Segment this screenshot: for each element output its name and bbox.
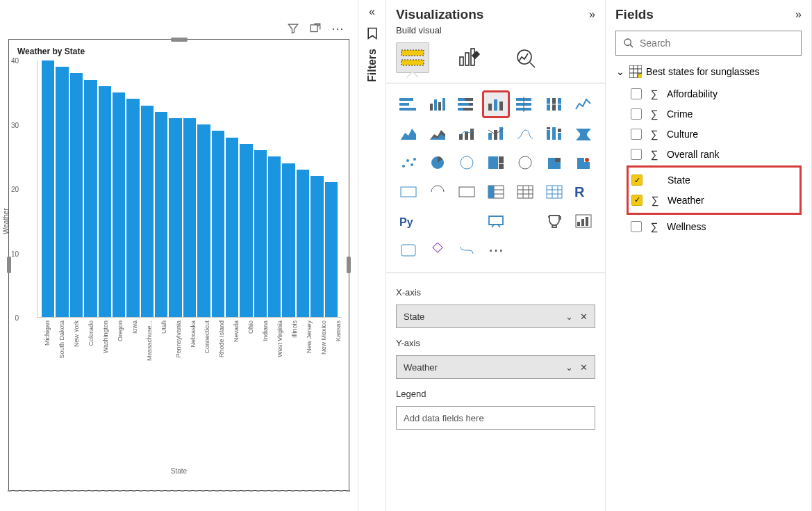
collapse-visualizations-icon[interactable]: » [589,8,595,21]
field-Culture[interactable]: ∑ Culture [606,124,811,144]
viz-more-icon[interactable]: ⋯ [483,238,508,263]
bar-Illinois[interactable] [282,163,295,317]
table-best-states[interactable]: ⌄ Best states for sunglasses [606,61,811,82]
viz-type-35[interactable] [396,238,421,263]
viz-type-30[interactable] [454,209,479,234]
viz-type-0[interactable] [396,92,421,117]
chevron-down-icon[interactable]: ⌄ [565,311,573,322]
viz-type-20[interactable] [571,150,596,175]
viz-type-11[interactable] [513,121,538,146]
viz-type-21[interactable]: 123 [396,179,421,204]
viz-type-29[interactable] [425,209,450,234]
viz-type-22[interactable] [425,179,450,204]
bar-Kansas[interactable] [325,182,338,317]
chart-plot-area[interactable] [37,60,342,318]
report-canvas[interactable]: Weather by State 010203040 MichiganSouth… [0,0,358,511]
viz-type-2[interactable] [454,92,479,117]
resize-handle-top[interactable] [171,38,188,42]
field-checkbox[interactable] [631,88,642,99]
viz-type-15[interactable] [425,150,450,175]
field-Crime[interactable]: ∑ Crime [606,104,811,124]
bar-West Virginia[interactable] [268,156,281,317]
more-options-icon[interactable] [329,20,346,37]
bar-New Jersey[interactable] [297,170,309,317]
viz-type-28[interactable]: Py [396,209,421,234]
viz-type-24[interactable] [483,179,508,204]
bar-Connecticut[interactable] [197,124,210,317]
viz-type-25[interactable] [513,179,538,204]
field-checkbox[interactable] [631,149,642,160]
bar-Colorado[interactable] [84,80,97,317]
legend-field-well[interactable]: Add data fields here [396,406,595,430]
filter-icon[interactable] [285,20,301,37]
viz-type-5[interactable] [542,92,567,117]
fields-search-input[interactable] [640,38,794,49]
field-checkbox[interactable] [631,195,643,206]
viz-type-19[interactable] [542,150,567,175]
bar-Ohio[interactable] [240,144,252,317]
expand-filters-icon[interactable]: « [369,6,375,18]
field-checkbox[interactable] [631,175,643,186]
viz-type-10[interactable] [483,121,508,146]
collapse-fields-icon[interactable]: » [795,8,802,21]
yaxis-field-well[interactable]: Weather ⌄ ✕ [396,355,595,379]
viz-type-3[interactable] [483,92,508,117]
viz-type-32[interactable] [513,209,538,234]
viz-type-23[interactable] [454,179,479,204]
field-Wellness[interactable]: ∑ Wellness [606,216,811,236]
viz-type-37[interactable] [454,238,479,263]
viz-type-27[interactable]: R [571,179,596,204]
chevron-down-icon[interactable]: ⌄ [565,362,573,373]
field-State[interactable]: State [629,170,799,190]
bar-New Mexico[interactable] [310,176,323,317]
viz-type-16[interactable] [454,150,479,175]
bar-Nevada[interactable] [226,138,238,317]
viz-type-7[interactable] [396,121,421,146]
bar-Pennsylvania[interactable] [169,118,181,317]
viz-type-34[interactable] [571,209,596,234]
xaxis-field-well[interactable]: State ⌄ ✕ [396,305,595,328]
bar-Michigan[interactable] [42,60,54,317]
bar-Iowa[interactable] [126,99,139,317]
viz-type-4[interactable] [513,92,538,117]
focus-mode-icon[interactable] [307,20,324,37]
field-checkbox[interactable] [631,108,642,120]
filters-pane-collapsed[interactable]: « Filters [358,0,386,511]
remove-field-icon[interactable]: ✕ [580,362,588,373]
viz-type-8[interactable] [425,121,450,146]
bar-Indiana[interactable] [254,150,267,317]
chevron-down-icon[interactable]: ⌄ [615,66,625,77]
bar-Massachuse...[interactable] [141,106,154,317]
viz-type-33[interactable] [542,209,567,234]
analytics-tab[interactable] [510,42,543,73]
viz-type-26[interactable] [542,179,567,204]
resize-handle-right[interactable] [347,257,351,273]
remove-field-icon[interactable]: ✕ [580,311,588,322]
viz-type-17[interactable] [483,150,508,175]
viz-type-13[interactable] [571,121,596,146]
fields-search-box[interactable] [615,31,802,56]
viz-type-14[interactable] [396,150,421,175]
bar-Utah[interactable] [155,112,167,317]
viz-type-18[interactable] [513,150,538,175]
resize-handle-left[interactable] [7,257,11,273]
build-visual-tab[interactable] [396,42,429,73]
viz-type-1[interactable] [425,92,450,117]
visual-container[interactable]: Weather by State 010203040 MichiganSouth… [8,39,349,491]
field-Affordability[interactable]: ∑ Affordability [606,83,811,104]
bar-South Dakota[interactable] [56,67,68,317]
viz-type-6[interactable] [571,92,596,117]
format-visual-tab[interactable] [453,42,486,73]
bar-Nebraska[interactable] [183,118,196,317]
field-checkbox[interactable] [631,221,642,232]
viz-type-31[interactable] [483,209,508,234]
field-Weather[interactable]: ∑ Weather [629,190,799,210]
viz-type-12[interactable] [542,121,567,146]
field-checkbox[interactable] [631,129,642,140]
bar-Oregon[interactable] [113,92,125,317]
viz-type-9[interactable] [454,121,479,146]
viz-type-36[interactable] [425,238,450,263]
field-Overall rank[interactable]: ∑ Overall rank [606,144,811,164]
bar-Washington[interactable] [99,86,111,317]
bar-Rhode Island[interactable] [212,131,224,317]
